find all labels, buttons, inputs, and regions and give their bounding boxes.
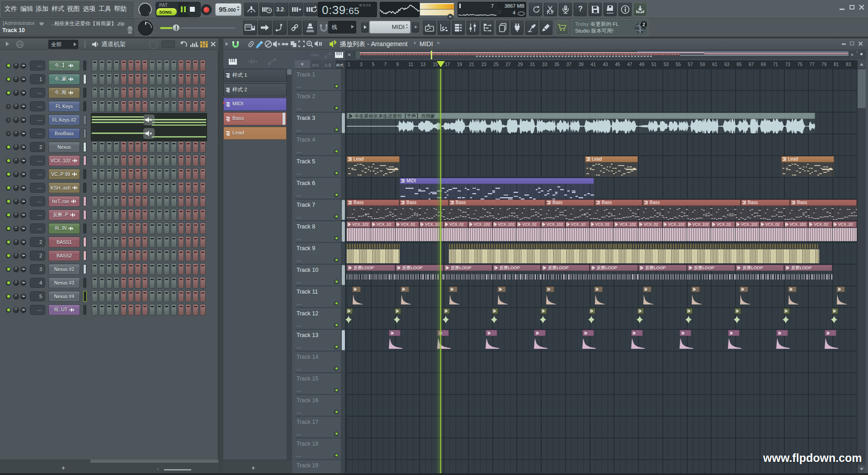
svg-text:2: 2 <box>642 22 645 27</box>
svg-text:15: 15 <box>18 43 22 47</box>
